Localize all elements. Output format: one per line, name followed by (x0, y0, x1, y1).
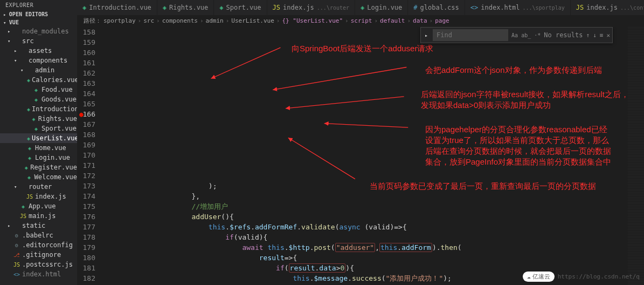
tab-rights-vue[interactable]: ◈Rights.vue (157, 0, 214, 15)
tab-index-html[interactable]: <>index.html...\sportplay (465, 0, 571, 15)
annotation-4c: 后端在查询分页数据的时候，就会把最后一页的数据 (425, 146, 611, 157)
breadcrumb-item[interactable]: 路径： (84, 17, 101, 25)
tree-item-main-js[interactable]: JSmain.js (0, 211, 77, 221)
watermark-url: https://blog.csdn.net/q (558, 273, 640, 280)
tree-item--editorconfig[interactable]: ⚙.editorconfig (0, 240, 77, 250)
breadcrumb-item[interactable]: default (380, 17, 405, 24)
tree-item-static[interactable]: ▸static (0, 221, 77, 230)
tree-item-label: Login.vue (35, 154, 70, 161)
breadcrumb-item[interactable]: data (413, 17, 427, 24)
breadcrumb-item[interactable]: admin (206, 17, 224, 24)
svg-line-3 (324, 124, 408, 128)
find-toggle-replace-icon[interactable]: ▸ (423, 30, 430, 40)
tree-item-node_modules[interactable]: ▸node_modules (0, 26, 77, 36)
tab-label: Sport.vue (226, 4, 261, 11)
tree-item-rights-vue[interactable]: ◈Rights.vue (0, 114, 77, 124)
tab-label: index.js (283, 4, 314, 11)
tab-introduction-vue[interactable]: ◈Introduction.vue (77, 0, 157, 15)
find-selection-icon[interactable]: ≡ (600, 30, 604, 40)
tab-bar: ◈Introduction.vue◈Rights.vue◈Sport.vueJS… (77, 0, 644, 15)
breadcrumb-item[interactable]: src (143, 17, 154, 24)
code-content[interactable]: ▸ Aa ab̲ ·* No results ↑ ↓ ≡ ✕ (103, 27, 628, 285)
find-regex-icon[interactable]: ·* (534, 30, 541, 40)
tree-item-assets[interactable]: ▸assets (0, 46, 77, 56)
tree-item-label: Welcome.vue (34, 173, 77, 181)
breadcrumb-item[interactable]: components (162, 17, 198, 24)
project-root[interactable]: VUE (0, 18, 77, 26)
breadcrumb-item[interactable]: {} "UserList.vue" (282, 17, 343, 24)
tab-label: Rights.vue (169, 4, 208, 11)
minimap[interactable] (628, 27, 644, 285)
tree-item-label: src (22, 37, 34, 45)
find-next-icon[interactable]: ↓ (593, 30, 597, 40)
tree-item-label: Sport.vue (41, 125, 77, 132)
tree-item-label: Food.vue (41, 86, 73, 93)
code-line-165: result=>{ (103, 253, 628, 263)
css-icon: # (413, 4, 417, 11)
find-widget[interactable]: ▸ Aa ab̲ ·* No results ↑ ↓ ≡ ✕ (420, 27, 613, 43)
tab-global-css[interactable]: #global.css (408, 0, 465, 15)
tree-item-userlist-vue[interactable]: ◈UserList.vue (0, 133, 77, 143)
tree-item-admin[interactable]: ▾admin (0, 65, 77, 75)
vue-icon: ◈ (19, 203, 27, 209)
tree-item-goods-vue[interactable]: ◈Goods.vue (0, 94, 77, 104)
tree-item-app-vue[interactable]: ◈App.vue (0, 201, 77, 211)
code-line-159: }, (103, 191, 628, 201)
js-icon: JS (273, 4, 280, 11)
tab-label: Introduction.vue (89, 4, 151, 11)
code-editor[interactable]: 1581591601611621631641651661671681691701… (77, 27, 644, 285)
code-line-163: if(valid){ (103, 232, 628, 242)
vue-icon: ◈ (163, 4, 167, 11)
tree-item-label: admin (35, 66, 54, 74)
tree-item-index-html[interactable]: <>index.html (0, 269, 77, 279)
tab-index-js[interactable]: JSindex.js...\config (571, 0, 644, 15)
tree-item-index-js[interactable]: JSindex.js (0, 192, 77, 201)
tree-item-login-vue[interactable]: ◈Login.vue (0, 153, 77, 162)
breadcrumb-item[interactable]: page (435, 17, 449, 24)
tree-item-label: .postcssrc.js (22, 261, 73, 268)
tab-login-vue[interactable]: ◈Login.vue (355, 0, 408, 15)
breadcrumb[interactable]: 路径：sportplay›src›components›admin›UserLi… (77, 15, 644, 27)
tree-item-food-vue[interactable]: ◈Food.vue (0, 85, 77, 94)
code-line-164: await this.$http.post("adduser",this.add… (103, 242, 628, 253)
tree-item-router[interactable]: ▾router (0, 182, 77, 192)
tree-item-introduction-vue[interactable]: ◈Introduction.vue (0, 104, 77, 114)
tree-item--postcssrc-js[interactable]: JS.postcssrc.js (0, 260, 77, 269)
find-input[interactable] (433, 29, 508, 41)
html-icon: <> (13, 272, 20, 277)
tab-sport-vue[interactable]: ◈Sport.vue (214, 0, 267, 15)
tree-item-components[interactable]: ▾components (0, 56, 77, 65)
js-icon: JS (19, 213, 27, 219)
tree-item-label: Home.vue (35, 144, 66, 152)
find-word-icon[interactable]: ab̲ (521, 30, 531, 40)
find-close-icon[interactable]: ✕ (606, 30, 610, 40)
tab-label: global.css (420, 4, 459, 11)
vue-icon: ◈ (27, 135, 30, 141)
breadcrumb-item[interactable]: UserList.vue (231, 17, 274, 24)
tree-item-src[interactable]: ▾src (0, 36, 77, 46)
tree-item--babelrc[interactable]: ⚙.babelrc (0, 230, 77, 240)
tree-item-register-vue[interactable]: ◈Register.vue (0, 162, 77, 172)
open-editors-section[interactable]: OPEN EDITORS (0, 10, 77, 18)
vue-icon: ◈ (82, 4, 86, 11)
vue-icon: ◈ (25, 174, 32, 180)
tab-index-js[interactable]: JSindex.js...\router (267, 0, 355, 15)
file-tree: ▸node_modules▾src▸assets▾components▾admi… (0, 26, 77, 285)
watermark-brand: ☁ 亿速云 (523, 272, 555, 282)
find-prev-icon[interactable]: ↑ (586, 30, 590, 40)
tree-item-home-vue[interactable]: ◈Home.vue (0, 143, 77, 153)
tree-item-label: .gitignore (22, 251, 61, 259)
tree-item-label: components (29, 57, 67, 64)
tree-item-label: .babelrc (22, 232, 53, 239)
tree-item-calories-vue[interactable]: ◈Calories.vue (0, 75, 77, 85)
tree-item-sport-vue[interactable]: ◈Sport.vue (0, 124, 77, 133)
breadcrumb-item[interactable]: script (351, 17, 372, 24)
breadcrumb-item[interactable]: sportplay (103, 17, 136, 24)
tree-item-label: Rights.vue (38, 115, 77, 123)
tree-item-welcome-vue[interactable]: ◈Welcome.vue (0, 172, 77, 182)
tree-item-label: UserList.vue (32, 134, 77, 142)
tree-item-label: index.js (35, 193, 66, 200)
tree-item--gitignore[interactable]: ⎇.gitignore (0, 250, 77, 260)
html-icon: <> (470, 4, 478, 11)
find-case-icon[interactable]: Aa (511, 30, 518, 40)
